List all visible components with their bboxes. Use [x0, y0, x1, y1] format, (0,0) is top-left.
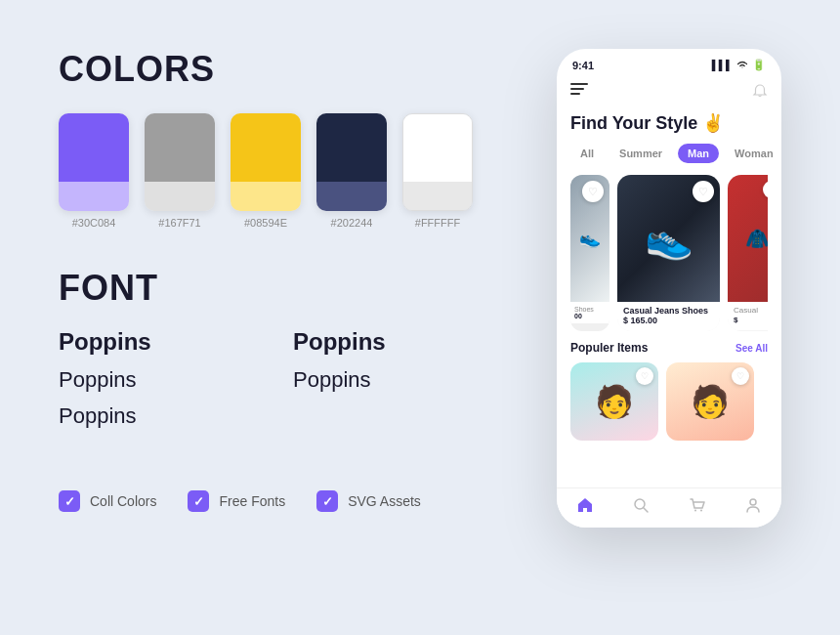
nav-cart-icon[interactable]	[689, 496, 706, 518]
popular-header: Populer Items See All	[570, 341, 768, 355]
checkbox-label-2: Free Fonts	[219, 493, 285, 509]
status-time: 9:41	[572, 60, 594, 71]
filter-tabs: All Summer Man Woman	[570, 144, 768, 163]
main-heart-btn[interactable]: ♡	[693, 181, 714, 202]
main-product-price: $ 165.00	[623, 316, 714, 325]
main-product-info: Casual Jeans Shoes $ 165.00	[617, 302, 720, 331]
main-product-name: Casual Jeans Shoes	[623, 306, 714, 316]
filter-tab-summer[interactable]: Summer	[609, 144, 672, 163]
font-item-medium-1: Poppins	[59, 363, 293, 396]
popular-heart-1[interactable]: ♡	[636, 367, 653, 385]
swatch-bottom-1	[59, 182, 129, 211]
swatch-block-5	[402, 113, 473, 211]
svg-line-4	[644, 508, 648, 512]
popular-title: Populer Items	[570, 341, 648, 355]
svg-rect-0	[570, 83, 588, 85]
filter-tab-man[interactable]: Man	[678, 144, 719, 163]
swatch-top-5	[403, 114, 472, 182]
font-item-bold-1: Poppins	[59, 324, 293, 360]
font-grid: Poppins Poppins Poppins Poppins Poppins	[59, 324, 527, 432]
phone-main-title: Find Your Style ✌️	[570, 112, 724, 134]
bell-icon[interactable]	[752, 84, 768, 104]
color-swatch-4: #202244	[316, 113, 387, 229]
svg-point-7	[750, 499, 756, 505]
side-product-info: Casual $	[728, 302, 768, 330]
svg-rect-2	[570, 93, 580, 95]
status-bar: 9:41 ▌▌▌ 🔋	[557, 49, 781, 75]
checkboxes-row: Coll Colors Free Fonts SVG Assets	[59, 490, 527, 512]
font-title: FONT	[59, 268, 527, 309]
side-product-card: 🧥 ♡ Casual $	[728, 175, 768, 331]
swatch-bottom-3	[231, 182, 301, 211]
checkbox-label-3: SVG Assets	[348, 493, 421, 509]
left-card-label: Shoes	[574, 306, 606, 313]
side-product-label: Casual	[734, 306, 768, 315]
phone-content: Find Your Style ✌️ All Summer Man Woman …	[557, 75, 781, 487]
color-swatch-5: #FFFFFF	[402, 113, 473, 229]
checkbox-free-fonts[interactable]	[188, 490, 209, 512]
swatch-bottom-5	[403, 182, 472, 210]
side-product-image: 🧥	[728, 175, 768, 302]
font-section: FONT Poppins Poppins Poppins Poppins Pop…	[59, 268, 527, 432]
swatch-block-2	[145, 113, 215, 211]
nav-profile-icon[interactable]	[744, 496, 762, 518]
color-swatch-1: #30C084	[59, 113, 129, 229]
popular-row: 🧑 ♡ 🧑 ♡	[570, 362, 768, 441]
swatch-top-2	[145, 113, 215, 182]
swatch-bottom-2	[145, 182, 215, 211]
phone-header: Find Your Style ✌️	[570, 112, 768, 134]
color-swatch-2: #167F71	[145, 113, 215, 229]
swatch-top-4	[316, 113, 387, 182]
swatch-top-1	[59, 113, 129, 182]
swatch-block-1	[59, 113, 129, 211]
left-panel: COLORS #30C084 #167F71	[59, 49, 527, 512]
swatch-block-4	[316, 113, 387, 211]
status-right: ▌▌▌ 🔋	[712, 59, 766, 71]
battery-icon: 🔋	[752, 59, 766, 71]
checkbox-label-1: Coll Colors	[90, 493, 156, 509]
menu-icon[interactable]	[570, 81, 588, 99]
products-row: 👟 Shoes 00 ♡ 👟 ♡ Ca	[570, 175, 768, 331]
colors-section: COLORS #30C084 #167F71	[59, 49, 527, 229]
nav-search-icon[interactable]	[632, 496, 650, 518]
filter-tab-woman[interactable]: Woman	[725, 144, 781, 163]
nav-home-icon[interactable]	[576, 496, 594, 518]
colors-title: COLORS	[59, 49, 527, 90]
popular-card-2: 🧑 ♡	[666, 362, 754, 441]
main-container: COLORS #30C084 #167F71	[0, 0, 840, 635]
checkbox-item-3[interactable]: SVG Assets	[316, 490, 421, 512]
left-card-price: 00	[574, 313, 606, 319]
font-item-medium-2: Poppins	[293, 363, 527, 396]
see-all-button[interactable]: See All	[735, 343, 768, 354]
wifi-icon	[736, 60, 748, 71]
svg-point-5	[694, 510, 696, 512]
swatch-label-1: #30C084	[72, 217, 116, 229]
svg-rect-1	[570, 88, 584, 90]
checkbox-svg-assets[interactable]	[316, 490, 338, 512]
swatch-label-2: #167F71	[158, 217, 200, 229]
phone-screen: 9:41 ▌▌▌ 🔋	[557, 49, 781, 528]
swatch-top-3	[231, 113, 301, 182]
signal-icon: ▌▌▌	[712, 60, 733, 70]
popular-card-1: 🧑 ♡	[570, 362, 658, 441]
font-item-regular-1: Poppins	[59, 400, 293, 432]
swatch-label-3: #08594E	[244, 217, 287, 229]
swatch-bottom-4	[316, 182, 387, 211]
checkbox-coll-colors[interactable]	[59, 490, 80, 512]
phone-mockup: 9:41 ▌▌▌ 🔋	[557, 49, 781, 528]
filter-tab-all[interactable]: All	[570, 144, 604, 163]
colors-row: #30C084 #167F71 #08594E	[59, 113, 527, 229]
font-item-bold-2: Poppins	[293, 324, 527, 360]
left-heart-btn[interactable]: ♡	[582, 181, 604, 202]
swatch-label-5: #FFFFFF	[415, 217, 460, 229]
checkbox-item-2[interactable]: Free Fonts	[188, 490, 285, 512]
swatch-label-4: #202244	[331, 217, 373, 229]
main-product-card: 👟 ♡ Casual Jeans Shoes $ 165.00	[617, 175, 720, 331]
bottom-nav	[557, 487, 781, 528]
color-swatch-3: #08594E	[231, 113, 301, 229]
popular-heart-2[interactable]: ♡	[732, 367, 749, 385]
swatch-block-3	[231, 113, 301, 211]
svg-point-6	[700, 510, 702, 512]
checkbox-item-1[interactable]: Coll Colors	[59, 490, 156, 512]
side-product-price: $	[734, 316, 768, 324]
